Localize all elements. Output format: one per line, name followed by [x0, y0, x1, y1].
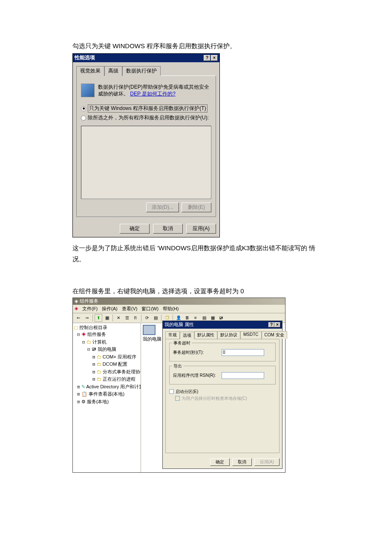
cancel-button[interactable]: 取消: [153, 224, 183, 234]
instruction-2: 在组件服务里，右键我的电脑，选择选项，设置事务超时为 0: [72, 286, 320, 297]
timeout-group: 事务超时 事务超时(秒)(T):: [169, 343, 276, 361]
tabs: 视觉效果 高级 数据执行保护: [73, 62, 219, 75]
radio-icon: [81, 106, 86, 111]
copy-icon[interactable]: ⎘: [132, 314, 139, 322]
radio-dep-essential[interactable]: 只为关键 Windows 程序和服务启用数据执行保护(T): [81, 104, 211, 113]
export-icon[interactable]: ▤: [152, 314, 159, 322]
check-local-storage-checkbox: 为用户选择分区时检查本地存储(C): [169, 396, 276, 402]
export-group: 导出 应用程序代理 RSN(R):: [169, 366, 276, 384]
tree-view[interactable]: ▢ 控制台根目录 ⊟ ◈ 组件服务 ⊟ 🗀 计算机 ⊟ 🖳 我的电脑 ⊞ 🗀 C…: [73, 323, 141, 472]
apply-button: 应用(A): [254, 458, 280, 466]
ok-button[interactable]: 确定: [210, 458, 230, 466]
back-icon[interactable]: ⇐: [75, 314, 82, 322]
dep-help-link[interactable]: DEP 是如何工作的?: [130, 91, 175, 97]
rsn-input[interactable]: [222, 372, 264, 379]
options-panel: 事务超时 事务超时(秒)(T): 导出 应用程序代理 RSN(R): 启动分区: [165, 339, 280, 453]
timeout-label: 事务超时(秒)(T):: [173, 350, 220, 356]
delete-icon[interactable]: ✕: [115, 314, 122, 322]
ok-button[interactable]: 确定: [120, 224, 150, 234]
radio-dep-all[interactable]: 除所选之外，为所有程序和服务启用数据执行保护(U):: [81, 114, 211, 121]
tab-com-security[interactable]: COM 安全: [262, 331, 287, 339]
rsn-label: 应用程序代理 RSN(R):: [173, 373, 220, 379]
exclusion-listbox: [81, 126, 211, 199]
close-icon[interactable]: ×: [211, 55, 218, 61]
checkbox-icon: [175, 396, 180, 401]
titlebar: 性能选项 ? ×: [73, 54, 219, 62]
properties-icon[interactable]: ☰: [123, 314, 131, 322]
mycomputer-properties-dialog: 我的电脑 属性 ? × 常规 选项 默认属性 默认协议 MSDTC COM 安全…: [162, 321, 282, 469]
menu-window[interactable]: 窗口(W): [141, 306, 159, 312]
add-button: 添加(D)...: [146, 202, 179, 212]
tab-visual-effects[interactable]: 视觉效果: [76, 66, 104, 76]
help-icon[interactable]: ?: [268, 322, 274, 327]
boot-partition-checkbox[interactable]: 启动分区(E): [169, 389, 276, 395]
tab-options[interactable]: 选项: [180, 332, 194, 339]
cs-titlebar: ◈ 组件服务: [73, 298, 285, 305]
cancel-button[interactable]: 取消: [232, 458, 252, 466]
close-icon[interactable]: ×: [274, 322, 280, 327]
radio-icon: [81, 116, 86, 121]
remove-button: 删除(E): [182, 202, 211, 212]
tab-advanced[interactable]: 高级: [104, 66, 122, 76]
instruction-1: 勾选只为关键 WINDOWS 程序和服务启用数据执行保护。: [72, 40, 320, 52]
checkbox-icon: [169, 389, 174, 394]
dep-description: 数据执行保护(DEP)帮助保护免受病毒或其他安全威胁的破坏。 DEP 是如何工作…: [98, 84, 211, 98]
refresh-icon[interactable]: ⟳: [143, 314, 151, 322]
dialog-title: 性能选项: [75, 54, 204, 61]
tab-msdtc[interactable]: MSDTC: [240, 331, 262, 339]
menu-help[interactable]: 帮助(H): [163, 306, 179, 312]
timeout-input[interactable]: [222, 349, 264, 356]
tab-dep[interactable]: 数据执行保护: [122, 66, 161, 76]
performance-options-dialog: 性能选项 ? × 视觉效果 高级 数据执行保护 数据执行保护(DEP)帮助保护免…: [72, 53, 220, 238]
computer-item-label: 我的电脑: [143, 336, 161, 342]
apply-button[interactable]: 应用(A): [186, 224, 216, 234]
tab-default-props[interactable]: 默认属性: [194, 331, 217, 339]
dlg2-titlebar: 我的电脑 属性 ? ×: [163, 321, 282, 329]
explanation-1: 这一步是为了防止系统出错后 'WINDOWS启用数据保护造成K3数据出错不能读写…: [72, 243, 320, 264]
tab-default-proto[interactable]: 默认协议: [217, 331, 240, 339]
computer-item-icon[interactable]: [143, 325, 156, 335]
tab-panel: 数据执行保护(DEP)帮助保护免受病毒或其他安全威胁的破坏。 DEP 是如何工作…: [76, 75, 216, 217]
cs-title: 组件服务: [80, 298, 98, 304]
menu-view[interactable]: 查看(V): [122, 306, 138, 312]
menu-action[interactable]: 操作(A): [102, 306, 118, 312]
forward-icon[interactable]: ⇒: [83, 314, 91, 322]
menubar: ◈ 文件(F) 操作(A) 查看(V) 窗口(W) 帮助(H): [73, 305, 285, 313]
help-icon[interactable]: ?: [204, 55, 210, 61]
shield-icon: [81, 84, 95, 97]
menu-file[interactable]: 文件(F): [82, 306, 98, 312]
tab-general[interactable]: 常规: [165, 331, 180, 339]
component-services-window: ◈ 组件服务 ◈ 文件(F) 操作(A) 查看(V) 窗口(W) 帮助(H) ⇐…: [72, 298, 285, 473]
folder-icon[interactable]: ▦: [103, 314, 111, 322]
up-icon[interactable]: ⬆: [95, 314, 102, 322]
